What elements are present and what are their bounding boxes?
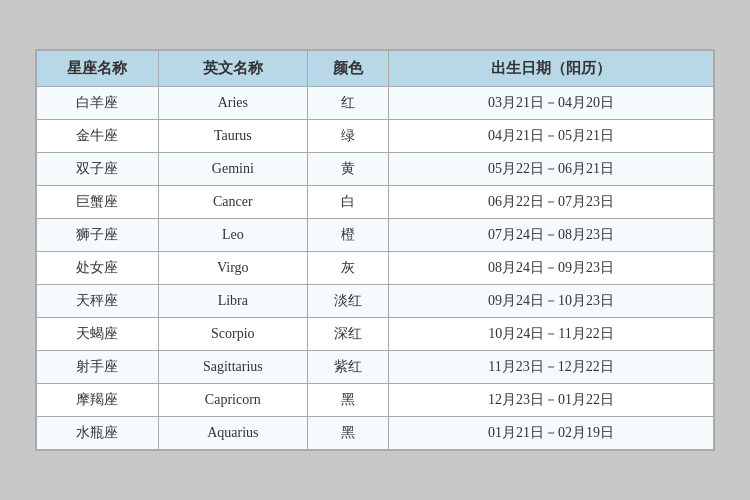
- cell-color: 深红: [307, 318, 388, 351]
- cell-chinese: 双子座: [37, 153, 159, 186]
- table-row: 天秤座Libra淡红09月24日－10月23日: [37, 285, 714, 318]
- table-row: 射手座Sagittarius紫红11月23日－12月22日: [37, 351, 714, 384]
- cell-date: 03月21日－04月20日: [389, 87, 714, 120]
- cell-chinese: 射手座: [37, 351, 159, 384]
- cell-chinese: 巨蟹座: [37, 186, 159, 219]
- cell-english: Aries: [158, 87, 307, 120]
- table-row: 巨蟹座Cancer白06月22日－07月23日: [37, 186, 714, 219]
- cell-chinese: 金牛座: [37, 120, 159, 153]
- cell-date: 08月24日－09月23日: [389, 252, 714, 285]
- cell-color: 橙: [307, 219, 388, 252]
- cell-chinese: 狮子座: [37, 219, 159, 252]
- table-row: 双子座Gemini黄05月22日－06月21日: [37, 153, 714, 186]
- cell-english: Aquarius: [158, 417, 307, 450]
- cell-english: Sagittarius: [158, 351, 307, 384]
- cell-english: Cancer: [158, 186, 307, 219]
- cell-color: 黄: [307, 153, 388, 186]
- cell-color: 白: [307, 186, 388, 219]
- cell-date: 12月23日－01月22日: [389, 384, 714, 417]
- cell-english: Libra: [158, 285, 307, 318]
- cell-english: Capricorn: [158, 384, 307, 417]
- header-color: 颜色: [307, 51, 388, 87]
- table-row: 白羊座Aries红03月21日－04月20日: [37, 87, 714, 120]
- header-english: 英文名称: [158, 51, 307, 87]
- cell-chinese: 摩羯座: [37, 384, 159, 417]
- table-row: 狮子座Leo橙07月24日－08月23日: [37, 219, 714, 252]
- cell-chinese: 水瓶座: [37, 417, 159, 450]
- cell-chinese: 天秤座: [37, 285, 159, 318]
- header-chinese: 星座名称: [37, 51, 159, 87]
- cell-chinese: 处女座: [37, 252, 159, 285]
- table-header-row: 星座名称 英文名称 颜色 出生日期（阳历）: [37, 51, 714, 87]
- cell-date: 11月23日－12月22日: [389, 351, 714, 384]
- cell-color: 红: [307, 87, 388, 120]
- cell-english: Taurus: [158, 120, 307, 153]
- cell-color: 灰: [307, 252, 388, 285]
- table-row: 天蝎座Scorpio深红10月24日－11月22日: [37, 318, 714, 351]
- cell-color: 淡红: [307, 285, 388, 318]
- cell-date: 06月22日－07月23日: [389, 186, 714, 219]
- cell-english: Scorpio: [158, 318, 307, 351]
- cell-chinese: 白羊座: [37, 87, 159, 120]
- table-row: 摩羯座Capricorn黑12月23日－01月22日: [37, 384, 714, 417]
- cell-date: 07月24日－08月23日: [389, 219, 714, 252]
- table-row: 金牛座Taurus绿04月21日－05月21日: [37, 120, 714, 153]
- cell-color: 黑: [307, 417, 388, 450]
- cell-color: 绿: [307, 120, 388, 153]
- zodiac-table-container: 星座名称 英文名称 颜色 出生日期（阳历） 白羊座Aries红03月21日－04…: [35, 49, 715, 451]
- header-date: 出生日期（阳历）: [389, 51, 714, 87]
- cell-english: Virgo: [158, 252, 307, 285]
- cell-english: Gemini: [158, 153, 307, 186]
- cell-date: 05月22日－06月21日: [389, 153, 714, 186]
- cell-color: 黑: [307, 384, 388, 417]
- cell-date: 01月21日－02月19日: [389, 417, 714, 450]
- cell-english: Leo: [158, 219, 307, 252]
- cell-date: 09月24日－10月23日: [389, 285, 714, 318]
- zodiac-table: 星座名称 英文名称 颜色 出生日期（阳历） 白羊座Aries红03月21日－04…: [36, 50, 714, 450]
- cell-color: 紫红: [307, 351, 388, 384]
- cell-date: 10月24日－11月22日: [389, 318, 714, 351]
- cell-chinese: 天蝎座: [37, 318, 159, 351]
- cell-date: 04月21日－05月21日: [389, 120, 714, 153]
- table-row: 处女座Virgo灰08月24日－09月23日: [37, 252, 714, 285]
- table-row: 水瓶座Aquarius黑01月21日－02月19日: [37, 417, 714, 450]
- table-body: 白羊座Aries红03月21日－04月20日金牛座Taurus绿04月21日－0…: [37, 87, 714, 450]
